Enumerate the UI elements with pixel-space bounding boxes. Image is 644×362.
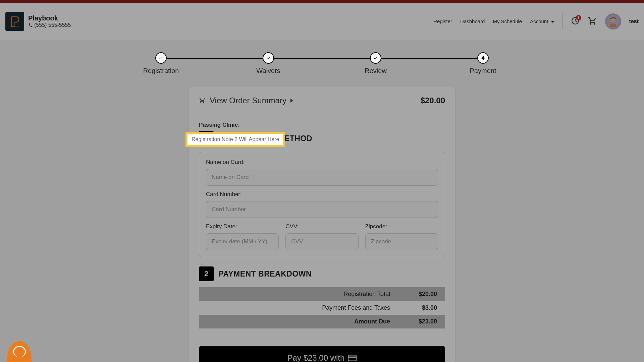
step-circle (370, 52, 381, 64)
notifications-button[interactable]: 1 (571, 16, 580, 26)
cart-icon (199, 97, 206, 104)
section-title: PAYMENT BREAKDOWN (218, 269, 312, 279)
chat-widget-button[interactable] (7, 341, 32, 362)
step-review: Review (322, 52, 429, 75)
cvv-input[interactable] (285, 233, 358, 250)
card-number-input[interactable] (206, 201, 438, 218)
cart-icon (588, 16, 597, 25)
brand-phone[interactable]: (555) 555-5555 (28, 22, 71, 28)
divider (562, 13, 563, 29)
card-number-label: Card Number: (206, 191, 438, 198)
expiry-input[interactable] (206, 233, 279, 250)
breakdown-row: Registration Total $20.00 (199, 287, 445, 301)
check-icon (266, 56, 271, 60)
phone-icon (28, 23, 33, 27)
zipcode-input[interactable] (365, 233, 438, 250)
avatar-icon (606, 15, 620, 28)
caret-right-icon (290, 99, 293, 103)
step-circle (263, 52, 274, 64)
tooltip-highlight: Registration Note 2 Will Appear Here (185, 132, 285, 147)
summary-amount: $20.00 (421, 96, 445, 105)
breakdown-row: Payment Fees and Taxes $3.00 (199, 301, 445, 315)
name-on-card-label: Name on Card: (206, 159, 438, 166)
name-on-card-input[interactable] (206, 169, 438, 186)
step-circle: 4 (477, 52, 489, 64)
tooltip-text: Registration Note 2 Will Appear Here (187, 134, 283, 145)
svg-rect-5 (348, 357, 356, 358)
step-registration: Registration (107, 52, 215, 75)
user-avatar[interactable] (605, 13, 621, 29)
chevron-down-icon (551, 21, 554, 23)
payment-card: View Order Summary $20.00 Passing Clinic… (189, 87, 455, 362)
check-icon (159, 56, 163, 60)
order-summary-toggle[interactable]: View Order Summary $20.00 (189, 87, 455, 114)
cvv-label: CVV: (285, 223, 358, 230)
cart-button[interactable] (588, 16, 597, 27)
user-name: test (629, 18, 639, 24)
section-number: 2 (199, 266, 214, 281)
clinic-title: Passing Clinic: (199, 122, 445, 128)
step-payment: 4 Payment (429, 52, 537, 75)
chat-icon (13, 346, 26, 357)
brand-info: Playbook (555) 555-5555 (28, 14, 71, 28)
step-circle (155, 52, 167, 64)
nav-register[interactable]: Register (433, 18, 452, 24)
zipcode-label: Zipcode: (365, 223, 438, 230)
top-accent-bar (0, 0, 644, 3)
breakdown-table: Registration Total $20.00 Payment Fees a… (199, 287, 445, 328)
notification-badge: 1 (576, 15, 581, 20)
playbook-logo-icon: PLAYBOOK (8, 15, 21, 28)
brand-name: Playbook (28, 14, 71, 22)
step-waivers: Waivers (215, 52, 322, 75)
nav-right: Register Dashboard My Schedule Account 1… (433, 13, 639, 29)
svg-rect-4 (348, 355, 356, 361)
check-icon (373, 56, 378, 60)
svg-text:PLAYBOOK: PLAYBOOK (10, 25, 19, 27)
credit-card-icon (348, 355, 357, 361)
nav-schedule[interactable]: My Schedule (493, 18, 522, 24)
pay-button[interactable]: Pay $23.00 with (199, 346, 445, 362)
payment-breakdown-section: 2 PAYMENT BREAKDOWN Registration Total $… (189, 266, 455, 338)
nav-dashboard[interactable]: Dashboard (460, 18, 485, 24)
nav-account[interactable]: Account (530, 18, 554, 24)
breakdown-row-total: Amount Due $23.00 (199, 315, 445, 328)
payment-form: Name on Card: Card Number: Expiry Date: … (199, 152, 445, 257)
brand-logo[interactable]: PLAYBOOK (5, 12, 24, 31)
main-header: PLAYBOOK Playbook (555) 555-5555 Registe… (0, 3, 644, 40)
expiry-label: Expiry Date: (206, 223, 279, 230)
progress-stepper: Registration Waivers Review 4 Payment (0, 40, 644, 83)
